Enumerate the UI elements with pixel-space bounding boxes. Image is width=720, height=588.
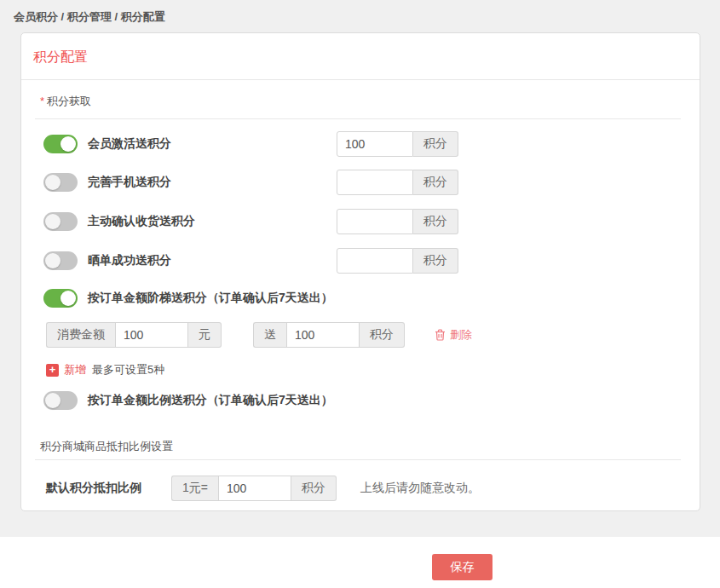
toggle-member-activation[interactable] xyxy=(43,135,78,153)
required-asterisk: * xyxy=(40,95,44,107)
deduction-row-label: 默认积分抵扣比例 xyxy=(46,481,171,496)
give-points-input[interactable] xyxy=(286,322,360,348)
page-title: 积分配置 xyxy=(33,49,88,64)
member-activation-points-input[interactable] xyxy=(337,131,413,157)
section-label: 积分商城商品抵扣比例设置 xyxy=(40,440,173,453)
toggle-knob xyxy=(45,214,60,229)
row-member-activation: 会员激活送积分 积分 xyxy=(43,131,700,157)
toggle-confirm-receipt[interactable] xyxy=(43,212,78,231)
toggle-knob xyxy=(45,175,60,190)
trash-icon xyxy=(435,329,446,341)
footer-bar xyxy=(0,537,720,588)
row-ratio-points: 按订单金额比例送积分（订单确认后7天送出） xyxy=(43,391,700,410)
save-button[interactable]: 保存 xyxy=(432,554,492,580)
consume-amount-addon: 消费金额 xyxy=(46,322,115,348)
yuan-unit-addon: 元 xyxy=(188,322,222,348)
toggle-knob xyxy=(45,253,60,268)
row-confirm-receipt: 主动确认收货送积分 积分 xyxy=(43,209,700,234)
points-unit-addon: 积分 xyxy=(413,209,458,234)
add-ladder-button[interactable]: + 新增 xyxy=(46,362,86,378)
plus-icon: + xyxy=(46,364,59,377)
points-unit-addon: 积分 xyxy=(291,476,337,501)
points-unit-addon: 积分 xyxy=(413,248,458,274)
breadcrumb[interactable]: 会员积分 / 积分管理 / 积分配置 xyxy=(14,9,165,25)
toggle-label-member-activation: 会员激活送积分 xyxy=(88,136,171,152)
card-header: 积分配置 xyxy=(21,33,700,80)
toggle-label-complete-phone: 完善手机送积分 xyxy=(88,175,171,190)
divider xyxy=(35,118,681,119)
delete-ladder-row-button[interactable]: 删除 xyxy=(435,327,472,343)
divider xyxy=(35,459,681,460)
ladder-config-row: 消费金额 元 送 积分 删除 xyxy=(46,322,700,348)
toggle-label-ratio-points: 按订单金额比例送积分（订单确认后7天送出） xyxy=(88,393,333,408)
deduction-config-row: 默认积分抵扣比例 1元= 积分 上线后请勿随意改动。 xyxy=(46,476,700,501)
toggle-ladder-points[interactable] xyxy=(43,289,78,308)
toggle-knob xyxy=(45,393,60,408)
section-label: 积分获取 xyxy=(47,95,91,107)
points-config-card: 积分配置 *积分获取 会员激活送积分 积分 完善手机送积分 积分 xyxy=(20,32,700,511)
card-body: *积分获取 会员激活送积分 积分 完善手机送积分 积分 xyxy=(21,95,700,512)
complete-phone-points-input[interactable] xyxy=(337,170,413,195)
toggle-label-confirm-receipt: 主动确认收货送积分 xyxy=(88,214,195,229)
row-share-order: 晒单成功送积分 积分 xyxy=(43,248,700,274)
points-unit-addon: 积分 xyxy=(360,322,405,348)
toggle-complete-phone[interactable] xyxy=(43,173,78,192)
deduction-points-input[interactable] xyxy=(218,476,291,501)
consume-amount-input[interactable] xyxy=(115,322,188,348)
section-deduction-ratio: 积分商城商品抵扣比例设置 xyxy=(40,440,681,453)
row-ladder-points: 按订单金额阶梯送积分（订单确认后7天送出） xyxy=(43,289,700,308)
toggle-label-ladder-points: 按订单金额阶梯送积分（订单确认后7天送出） xyxy=(88,291,333,306)
points-unit-addon: 积分 xyxy=(413,170,458,195)
section-points-acquisition: *积分获取 xyxy=(40,95,681,107)
add-label: 新增 xyxy=(64,362,86,378)
give-addon: 送 xyxy=(253,322,286,348)
share-order-points-input[interactable] xyxy=(337,248,413,274)
delete-label: 删除 xyxy=(450,327,472,343)
toggle-knob xyxy=(60,291,76,306)
add-hint: 最多可设置5种 xyxy=(92,362,164,378)
row-complete-phone: 完善手机送积分 积分 xyxy=(43,170,700,195)
yuan-equals-addon: 1元= xyxy=(171,476,218,501)
toggle-ratio-points[interactable] xyxy=(43,391,78,410)
deduction-note: 上线后请勿随意改动。 xyxy=(360,481,480,496)
points-unit-addon: 积分 xyxy=(413,131,458,157)
add-ladder-row: + 新增 最多可设置5种 xyxy=(46,363,700,377)
toggle-label-share-order: 晒单成功送积分 xyxy=(88,253,171,268)
toggle-knob xyxy=(60,136,76,152)
confirm-receipt-points-input[interactable] xyxy=(337,209,413,234)
toggle-share-order[interactable] xyxy=(43,251,78,270)
